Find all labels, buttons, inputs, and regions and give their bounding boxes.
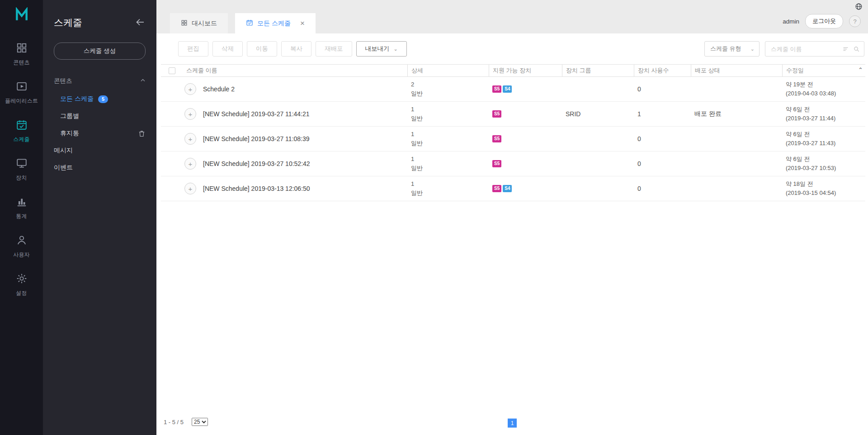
advanced-search-icon[interactable] [842, 46, 849, 52]
expand-row-button[interactable]: + [184, 133, 196, 145]
column-header-device-usage[interactable]: 장치 사용수 [634, 65, 691, 76]
expand-row-button[interactable]: + [184, 183, 196, 194]
sidebar-item-label: 설정 [16, 289, 27, 297]
supported-devices-cell: S5 S4 [489, 185, 562, 192]
panel-item-recycle-bin[interactable]: 휴지통 [43, 125, 156, 142]
delete-button[interactable]: 삭제 [212, 41, 243, 57]
toolbar: 편집 삭제 이동 복사 재배포 내보내기 ⌄ 스케줄 유형 ⌄ [156, 33, 868, 63]
column-header-name[interactable]: 스케줄 이름 [179, 65, 407, 76]
supported-devices-cell: S5 [489, 110, 562, 118]
schedule-name-link[interactable]: [NEW Schedule] 2019-03-27 11:44:21 [203, 110, 310, 118]
column-header-deploy-status[interactable]: 배포 상태 [691, 65, 782, 76]
schedule-type-select[interactable]: 스케줄 유형 ⌄ [704, 41, 760, 57]
panel-item-all-schedules[interactable]: 모든 스케줄 5 [43, 90, 156, 108]
tab-dashboard[interactable]: 대시보드 [170, 13, 228, 33]
arrow-left-icon [135, 22, 146, 29]
expand-row-button[interactable]: + [184, 108, 196, 120]
device-usage-cell: 0 [634, 185, 691, 192]
collapse-panel-button[interactable] [135, 17, 146, 29]
detail-cell: 1 일반 [407, 105, 489, 123]
supported-devices-cell: S5 S4 [489, 85, 562, 93]
modified-cell: 약 6일 전 (2019-03-27 11:44) [782, 105, 865, 123]
edit-button[interactable]: 편집 [178, 41, 208, 57]
sidebar-item-label: 통계 [16, 213, 27, 220]
modified-cell: 약 19분 전 (2019-04-03 03:48) [782, 80, 865, 98]
sidebar-item-schedule[interactable]: 스케줄 [0, 112, 43, 151]
toolbar-filters: 스케줄 유형 ⌄ [704, 41, 864, 57]
panel-item-message[interactable]: 메시지 [43, 142, 156, 159]
help-button[interactable]: ? [849, 15, 861, 27]
schedule-name-cell: + [NEW Schedule] 2019-03-13 12:06:50 [179, 183, 407, 194]
result-range: 1 - 5 / 5 [164, 419, 184, 426]
column-header-detail[interactable]: 상세 [407, 65, 489, 76]
language-globe-icon[interactable] [855, 3, 863, 10]
detail-cell: 1 일반 [407, 155, 489, 173]
detail-type: 일반 [411, 164, 489, 173]
modified-cell: 약 6일 전 (2019-03-27 11:43) [782, 130, 865, 148]
tab-all-schedules[interactable]: 모든 스케줄 × [235, 13, 316, 33]
copy-button[interactable]: 복사 [281, 41, 311, 57]
sidebar-item-device[interactable]: 장치 [0, 151, 43, 189]
schedule-name-cell: + [NEW Schedule] 2019-03-27 11:08:39 [179, 133, 407, 145]
sidebar-item-playlist[interactable]: 플레이리스트 [0, 74, 43, 112]
redeploy-button[interactable]: 재배포 [316, 41, 352, 57]
panel-section-contents[interactable]: 콘텐츠 [43, 71, 156, 90]
schedule-panel: 스케줄 스케줄 생성 콘텐츠 모든 스케줄 5 그룹별 휴지통 메시지 [43, 0, 156, 435]
column-header-modified[interactable]: 수정일 [782, 65, 865, 76]
trash-icon[interactable] [138, 130, 146, 137]
device-usage-cell: 0 [634, 135, 691, 142]
dashboard-icon [181, 19, 188, 28]
schedule-name-link[interactable]: [NEW Schedule] 2019-03-13 12:06:50 [203, 185, 310, 192]
page-size-select[interactable]: 25 [192, 418, 208, 426]
app-logo [14, 7, 29, 24]
modified-relative: 약 19분 전 [786, 80, 865, 89]
column-header-device-group[interactable]: 장치 그룹 [562, 65, 634, 76]
sidebar-item-label: 스케줄 [13, 136, 30, 143]
expand-row-button[interactable]: + [184, 158, 196, 170]
logged-in-user: admin [783, 18, 799, 25]
export-button[interactable]: 내보내기 ⌄ [356, 41, 407, 57]
sidebar-item-label: 장치 [16, 174, 27, 182]
detail-count: 1 [411, 180, 489, 189]
detail-count: 1 [411, 155, 489, 164]
export-label: 내보내기 [365, 45, 390, 53]
sidebar-item-settings[interactable]: 설정 [0, 266, 43, 304]
logout-button[interactable]: 로그아웃 [805, 14, 843, 28]
contents-grid-icon [16, 42, 28, 56]
column-header-supported-devices[interactable]: 지원 가능 장치 [489, 65, 562, 76]
sidebar-item-statistics[interactable]: 통계 [0, 189, 43, 227]
panel-item-by-group[interactable]: 그룹별 [43, 108, 156, 125]
table-row: + [NEW Schedule] 2019-03-27 11:08:39 1 일… [161, 127, 865, 151]
schedule-calendar-icon [246, 19, 253, 28]
detail-count: 1 [411, 105, 489, 114]
search-input[interactable] [771, 46, 838, 52]
panel-item-label: 메시지 [54, 147, 73, 155]
device-badge-s5: S5 [492, 160, 501, 167]
detail-count: 1 [411, 130, 489, 139]
modified-cell: 약 6일 전 (2019-03-27 10:53) [782, 155, 865, 173]
table-row: + Schedule 2 2 일반 S5 S4 0 약 19분 전 (2019-… [161, 77, 865, 102]
schedule-name-link[interactable]: Schedule 2 [203, 85, 235, 93]
sidebar-item-contents[interactable]: 콘텐츠 [0, 35, 43, 74]
tab-bar: 대시보드 모든 스케줄 × [170, 13, 316, 33]
sidebar-item-user[interactable]: 사용자 [0, 227, 43, 266]
create-schedule-button[interactable]: 스케줄 생성 [54, 43, 146, 60]
detail-type: 일반 [411, 139, 489, 148]
expand-row-button[interactable]: + [184, 83, 196, 95]
table-row: + [NEW Schedule] 2019-03-27 11:44:21 1 일… [161, 102, 865, 127]
schedule-name-link[interactable]: [NEW Schedule] 2019-03-27 10:52:42 [203, 160, 310, 167]
device-badge-s4: S4 [503, 85, 512, 93]
move-button[interactable]: 이동 [247, 41, 277, 57]
topbar: 대시보드 모든 스케줄 × admin [156, 0, 868, 33]
page-number-button[interactable]: 1 [508, 419, 517, 428]
select-all-checkbox[interactable] [169, 67, 175, 74]
search-icon[interactable] [853, 46, 860, 52]
list-footer: 1 - 5 / 5 25 1 [156, 413, 868, 435]
panel-item-event[interactable]: 이벤트 [43, 159, 156, 176]
schedule-name-link[interactable]: [NEW Schedule] 2019-03-27 11:08:39 [203, 135, 310, 142]
device-badge-s4: S4 [503, 185, 512, 192]
sort-ascending-icon[interactable]: ⌃ [858, 66, 863, 73]
close-tab-icon[interactable]: × [300, 19, 305, 27]
detail-type: 일반 [411, 114, 489, 123]
user-person-icon [16, 234, 28, 248]
